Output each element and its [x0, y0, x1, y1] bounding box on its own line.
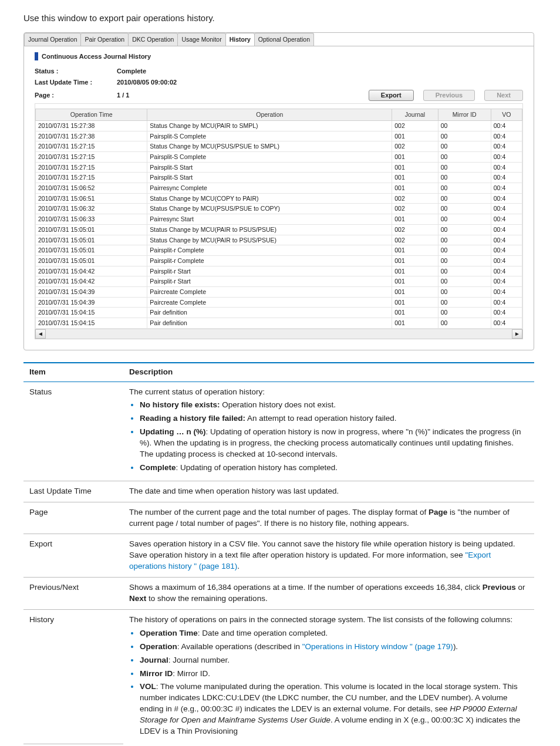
status-bullet: Complete: Updating of operation history …	[140, 463, 528, 474]
grid-cell: 00	[438, 131, 491, 141]
grid-cell: 00	[438, 255, 491, 266]
scroll-left-icon[interactable]: ◄	[35, 329, 46, 339]
table-row[interactable]: 2010/07/31 15:05:01Status Change by MCU(…	[36, 224, 522, 235]
grid-cell: Paircreate Complete	[147, 297, 392, 308]
grid-cell: Pairsplit-r Complete	[147, 255, 392, 266]
tab-optional-operation[interactable]: Optional Operation	[254, 33, 314, 46]
table-row[interactable]: 2010/07/31 15:06:33Pairresync Start00100…	[36, 214, 522, 225]
grid-cell: 001	[392, 245, 438, 256]
t: : Date and time operation completed.	[198, 629, 328, 637]
table-row[interactable]: 2010/07/31 15:27:15Pairsplit-S Complete0…	[36, 152, 522, 163]
table-row[interactable]: 2010/07/31 15:04:42Pairsplit-r Start0010…	[36, 276, 522, 287]
grid-header[interactable]: Operation	[147, 109, 392, 121]
grid-cell: 001	[392, 318, 438, 329]
table-row[interactable]: 2010/07/31 15:27:15Status Change by MCU(…	[36, 141, 522, 152]
grid-cell: 2010/07/31 15:27:15	[36, 162, 147, 173]
b: Operation	[140, 642, 177, 651]
b: Complete	[140, 463, 176, 472]
tab-history[interactable]: History	[225, 33, 255, 46]
table-row[interactable]: 2010/07/31 15:05:01Status Change by MCU(…	[36, 235, 522, 245]
table-row[interactable]: 2010/07/31 15:04:39Paircreate Complete00…	[36, 286, 522, 297]
intro-text: Use this window to export pair operation…	[23, 12, 534, 24]
last-update-time-label: Last Update Time :	[35, 78, 117, 87]
grid-cell: 001	[392, 255, 438, 266]
table-row[interactable]: 2010/07/31 15:04:39Paircreate Complete00…	[36, 297, 522, 308]
grid-cell: 2010/07/31 15:27:15	[36, 173, 147, 183]
next-button[interactable]: Next	[484, 90, 523, 101]
t: : Mirror ID.	[173, 669, 210, 678]
t: Saves operation history in a CSV file. Y…	[129, 539, 515, 559]
grid-cell: 00	[438, 297, 491, 308]
grid-cell: 00:4	[491, 318, 522, 329]
title-bar-icon	[35, 52, 38, 60]
b: Previous	[483, 583, 516, 592]
grid-cell: 001	[392, 152, 438, 163]
table-row[interactable]: 2010/07/31 15:06:52Pairresync Complete00…	[36, 183, 522, 194]
table-row[interactable]: 2010/07/31 15:06:51Status Change by MCU(…	[36, 193, 522, 204]
table-row[interactable]: 2010/07/31 15:27:38Status Change by MCU(…	[36, 120, 522, 131]
history-bullet: Operation: Available operations (describ…	[140, 642, 528, 653]
grid-cell: 2010/07/31 15:04:42	[36, 276, 147, 287]
grid-cell: 2010/07/31 15:04:15	[36, 318, 147, 329]
grid-header-row: Operation TimeOperationJournalMirror IDV…	[36, 109, 522, 121]
grid-header[interactable]: Operation Time	[36, 109, 147, 121]
b: Updating … n (%)	[140, 427, 205, 436]
b: VOL	[140, 682, 156, 691]
grid-cell: Pairresync Start	[147, 214, 392, 225]
grid-cell: 00	[438, 214, 491, 225]
grid-cell: 001	[392, 266, 438, 276]
grid-cell: 00	[438, 245, 491, 256]
table-row[interactable]: 2010/07/31 15:27:15Pairsplit-S Start0010…	[36, 173, 522, 183]
page-label: Page :	[35, 91, 117, 100]
grid-cell: 00	[438, 162, 491, 173]
grid-cell: Pair definition	[147, 308, 392, 318]
scroll-right-icon[interactable]: ►	[512, 329, 522, 339]
export-button[interactable]: Export	[369, 90, 414, 101]
table-row[interactable]: 2010/07/31 15:06:32Status Change by MCU(…	[36, 204, 522, 214]
grid-cell: 001	[392, 183, 438, 194]
table-row[interactable]: 2010/07/31 15:04:15Pair definition001000…	[36, 318, 522, 329]
status-bullet: Updating … n (%): Updating of operation …	[140, 427, 528, 460]
t: An attempt to read operation history fai…	[245, 414, 396, 423]
grid-cell: Status Change by MCU(PSUS/PSUE to SMPL)	[147, 141, 392, 152]
row-lut-key: Last Update Time	[23, 481, 123, 502]
table-row[interactable]: 2010/07/31 15:05:01Pairsplit-r Complete0…	[36, 255, 522, 266]
status-label: Status :	[35, 67, 117, 76]
grid-cell: 00:4	[491, 276, 522, 287]
grid-cell: 00	[438, 152, 491, 163]
grid-cell: 002	[392, 235, 438, 245]
tab-pair-operation[interactable]: Pair Operation	[80, 33, 129, 46]
table-row[interactable]: 2010/07/31 15:27:38Pairsplit-S Complete0…	[36, 131, 522, 141]
grid-cell: 2010/07/31 15:27:15	[36, 152, 147, 163]
horizontal-scrollbar[interactable]: ◄ ►	[35, 329, 523, 339]
table-row[interactable]: 2010/07/31 15:04:15Pair definition001000…	[36, 308, 522, 318]
grid-header[interactable]: Journal	[392, 109, 438, 121]
table-row[interactable]: 2010/07/31 15:05:01Pairsplit-r Complete0…	[36, 245, 522, 256]
tab-dkc-operation[interactable]: DKC Operation	[128, 33, 178, 46]
grid-cell: Status Change by MCU(PAIR to PSUS/PSUE)	[147, 224, 392, 235]
table-row[interactable]: 2010/07/31 15:27:15Pairsplit-S Start0010…	[36, 162, 522, 173]
history-bullet: Operation Time: Date and time operation …	[140, 628, 528, 639]
table-row[interactable]: 2010/07/31 15:04:42Pairsplit-r Start0010…	[36, 266, 522, 276]
tab-journal-operation[interactable]: Journal Operation	[24, 33, 81, 46]
grid-header[interactable]: Mirror ID	[438, 109, 491, 121]
grid-cell: 00	[438, 266, 491, 276]
grid-cell: 00	[438, 183, 491, 194]
grid-cell: 00:4	[491, 162, 522, 173]
grid-cell: 00:4	[491, 214, 522, 225]
b: Reading a history file failed:	[140, 414, 245, 423]
operations-link[interactable]: "Operations in History window " (page 17…	[302, 642, 453, 651]
grid-cell: Pairsplit-r Start	[147, 276, 392, 287]
grid-header[interactable]: VO	[491, 109, 522, 121]
status-bullet: Reading a history file failed: An attemp…	[140, 413, 528, 424]
grid-cell: 00	[438, 120, 491, 131]
tab-usage-monitor[interactable]: Usage Monitor	[177, 33, 225, 46]
row-history-desc: The history of operations on pairs in th…	[123, 609, 534, 744]
b: Mirror ID	[140, 669, 173, 678]
t: or	[516, 583, 525, 592]
grid-cell: 001	[392, 173, 438, 183]
previous-button[interactable]: Previous	[423, 90, 475, 101]
grid-cell: 00:4	[491, 204, 522, 214]
row-pn-desc: Shows a maximum of 16,384 operations at …	[123, 578, 534, 610]
grid-cell: 00:4	[491, 120, 522, 131]
